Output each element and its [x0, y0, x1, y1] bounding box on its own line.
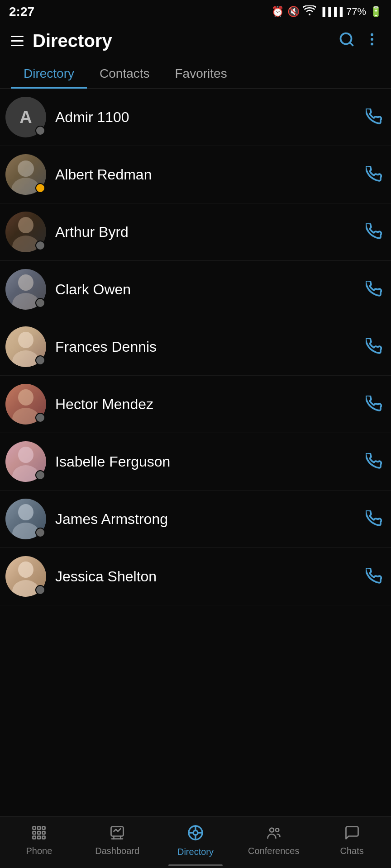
conferences-icon [266, 825, 282, 841]
header-actions [339, 31, 380, 51]
nav-item-directory[interactable]: Directory [157, 824, 235, 857]
dashboard-icon [109, 825, 125, 841]
nav-item-conferences[interactable]: Conferences [234, 825, 313, 856]
phone-icon [366, 166, 382, 182]
contact-item[interactable]: Hector Mendez [0, 376, 391, 433]
svg-point-5 [18, 160, 34, 177]
status-dot [35, 183, 45, 193]
menu-line-2 [11, 40, 24, 42]
call-button[interactable] [362, 105, 386, 130]
menu-line-3 [11, 45, 24, 46]
phone-icon [366, 338, 382, 354]
avatar-wrapper: A [5, 97, 46, 137]
contact-item[interactable]: Jessica Shelton [0, 548, 391, 605]
contact-item[interactable]: Arthur Byrd [0, 203, 391, 261]
search-button[interactable] [339, 31, 355, 51]
phone-icon [366, 108, 382, 125]
svg-rect-25 [38, 831, 40, 834]
svg-point-15 [18, 447, 33, 463]
conferences-nav-icon [266, 825, 282, 843]
status-dot [35, 528, 45, 538]
call-button[interactable] [362, 277, 386, 302]
svg-point-39 [276, 828, 279, 832]
contact-item[interactable]: Isabelle Ferguson [0, 433, 391, 491]
tab-directory[interactable]: Directory [11, 59, 87, 89]
nav-item-chats[interactable]: Chats [313, 825, 391, 856]
home-indicator [168, 864, 223, 866]
phone-icon [366, 396, 382, 412]
nav-item-dashboard[interactable]: Dashboard [78, 825, 157, 856]
svg-line-1 [350, 42, 353, 45]
svg-point-17 [18, 504, 33, 520]
battery-icon: 🔋 [370, 6, 382, 18]
wifi-icon [303, 5, 316, 18]
menu-line-1 [11, 36, 24, 37]
contact-name: Jessica Shelton [55, 568, 353, 585]
svg-rect-22 [38, 827, 40, 830]
contact-name: James Armstrong [55, 511, 353, 528]
battery-text: 77% [346, 6, 366, 18]
status-dot [35, 126, 45, 136]
call-button[interactable] [362, 392, 386, 417]
more-icon [364, 31, 380, 47]
svg-rect-28 [38, 836, 40, 839]
status-dot [35, 470, 45, 480]
contact-name: Clark Owen [55, 281, 353, 298]
phone-icon [366, 281, 382, 297]
status-dot [35, 413, 45, 423]
nav-item-phone[interactable]: Phone [0, 825, 78, 856]
svg-rect-27 [33, 836, 36, 839]
contact-item[interactable]: Albert Redman [0, 146, 391, 203]
alarm-icon: ⏰ [272, 6, 284, 18]
svg-point-19 [18, 561, 33, 578]
tab-contacts[interactable]: Contacts [87, 59, 162, 89]
contact-item[interactable]: A Admir 1100 [0, 89, 391, 146]
avatar-wrapper [5, 499, 46, 539]
avatar-wrapper [5, 384, 46, 425]
contact-list: A Admir 1100 Albert Redman [0, 89, 391, 660]
search-icon [339, 31, 355, 47]
call-button[interactable] [362, 162, 386, 187]
status-dot [35, 585, 45, 595]
svg-point-2 [371, 33, 373, 36]
conferences-nav-label: Conferences [248, 846, 299, 856]
svg-rect-29 [43, 836, 45, 839]
contact-name: Admir 1100 [55, 109, 353, 126]
call-button[interactable] [362, 335, 386, 359]
tab-favorites[interactable]: Favorites [162, 59, 240, 89]
call-button[interactable] [362, 564, 386, 589]
contact-name: Frances Dennis [55, 339, 353, 355]
call-button[interactable] [362, 507, 386, 532]
call-button[interactable] [362, 220, 386, 245]
header: Directory [0, 23, 391, 59]
phone-nav-icon [31, 825, 47, 843]
avatar-wrapper [5, 212, 46, 252]
status-time: 2:27 [9, 5, 34, 19]
contact-name: Hector Mendez [55, 396, 353, 413]
contact-item[interactable]: Frances Dennis [0, 318, 391, 376]
menu-button[interactable] [11, 36, 24, 46]
status-dot [35, 298, 45, 308]
contact-item[interactable]: Clark Owen [0, 261, 391, 318]
call-button[interactable] [362, 449, 386, 474]
avatar-wrapper [5, 441, 46, 482]
svg-rect-24 [33, 831, 36, 834]
phone-icon [366, 453, 382, 469]
svg-point-9 [18, 274, 33, 291]
svg-rect-21 [33, 827, 36, 830]
status-dot [35, 241, 45, 250]
svg-rect-23 [43, 827, 45, 830]
phone-icon [366, 510, 382, 527]
contact-item[interactable]: James Armstrong [0, 491, 391, 548]
page-title: Directory [33, 31, 329, 51]
mute-icon: 🔇 [287, 6, 300, 18]
svg-rect-26 [43, 831, 45, 834]
avatar-wrapper [5, 326, 46, 367]
more-options-button[interactable] [364, 31, 380, 51]
status-dot [35, 355, 45, 365]
contact-name: Albert Redman [55, 166, 353, 183]
svg-point-4 [371, 42, 373, 45]
dashboard-nav-icon [109, 825, 125, 843]
directory-nav-label: Directory [177, 847, 214, 857]
contact-name: Isabelle Ferguson [55, 453, 353, 470]
